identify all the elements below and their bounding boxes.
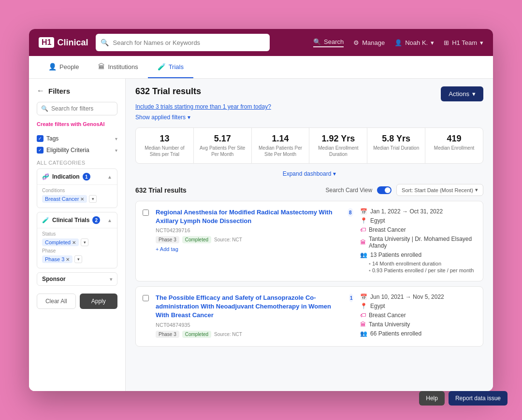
indication-badge: 1: [83, 173, 90, 181]
expand-dashboard[interactable]: Expand dashboard ▾: [135, 170, 483, 177]
search-nav-icon: 🔍: [313, 38, 321, 45]
header-right: 🔍 Search ⚙ Manage 👤 Noah K. ▾ ⊞ H1 Team …: [313, 38, 483, 47]
sponsor-header[interactable]: Sponsor ▾: [37, 273, 117, 285]
trial-0-enrolled-text: 13 Patients enrolled: [370, 252, 421, 258]
view-label: Search Card View: [326, 187, 373, 194]
view-toggle[interactable]: [377, 186, 392, 194]
stat-median-patients-value: 1.14: [256, 134, 305, 144]
subnav-trials[interactable]: 🧪 Trials: [148, 56, 193, 78]
filter-tags-row: ✓ Tags ▾ ✓ Eligibility Criteria ▾: [37, 133, 117, 156]
trial-1-checkbox[interactable]: [143, 294, 149, 339]
trial-1-left: The Possible Efficacy and Safety of Lans…: [156, 294, 353, 339]
trial-1-condition-text: Breast Cancer: [369, 312, 406, 319]
indication-header[interactable]: 🧬 Indication 1 ▲: [37, 169, 117, 184]
trial-1-enrolled-text: 66 Patients enrolled: [370, 330, 421, 337]
trials-label: Trials: [169, 63, 184, 70]
trial-1-checkbox-input[interactable]: [143, 295, 149, 301]
show-filters-chevron-icon: ▾: [188, 114, 190, 121]
trial-0-badges: Phase 3 Completed Source: NCT: [156, 236, 353, 243]
trial-0-status: Completed: [182, 236, 211, 243]
clinical-trials-chevron-icon: ▲: [107, 218, 112, 223]
enrolled-icon-1: 👥: [360, 330, 367, 337]
clinical-trials-section: 🧪 Clinical Trials 2 ▲ Status Completed ✕…: [37, 212, 117, 268]
institution-icon-1: 🏛: [360, 321, 366, 328]
trial-1-institution-text: Tanta University: [369, 321, 410, 328]
completed-tag: Completed ✕: [42, 238, 79, 246]
stat-median-enrollment-value: 419: [429, 134, 479, 144]
breast-cancer-tag-remove[interactable]: ✕: [80, 196, 84, 202]
tags-chevron-icon: ▾: [115, 136, 117, 141]
stat-enrollment-duration: 1.92 Yrs Median Enrollment Duration: [309, 128, 367, 163]
trial-1-phase: Phase 3: [156, 331, 179, 338]
trial-0-left: Regional Anesthesia for Modified Radical…: [156, 208, 353, 274]
filter-tags[interactable]: ✓ Tags ▾: [37, 133, 117, 144]
user-chevron-icon: ▾: [431, 39, 434, 46]
conditions-label: Conditions: [42, 188, 112, 193]
completed-tag-text: Completed: [45, 239, 71, 245]
conditions-tag-row: Breast Cancer ✕ ▾: [42, 195, 112, 203]
eligibility-checkbox[interactable]: ✓: [37, 147, 44, 154]
nav-manage[interactable]: ⚙ Manage: [353, 39, 385, 46]
phase-dropdown[interactable]: ▾: [74, 255, 82, 263]
subnav-institutions[interactable]: 🏛 Institutions: [88, 56, 147, 78]
global-search[interactable]: 🔍: [96, 34, 270, 51]
show-filters[interactable]: Show applied filters ▾: [135, 114, 483, 121]
conditions-dropdown[interactable]: ▾: [89, 195, 97, 203]
help-button[interactable]: Help: [419, 391, 445, 406]
nav-search[interactable]: 🔍 Search: [313, 38, 344, 47]
trial-0-add-tag[interactable]: + Add tag: [156, 246, 353, 252]
filter-eligibility[interactable]: ✓ Eligibility Criteria ▾: [37, 144, 117, 156]
stats-row: 13 Median Number of Sites per Trial 5.17…: [135, 127, 483, 164]
tags-checkbox[interactable]: ✓: [37, 135, 44, 142]
status-dropdown[interactable]: ▾: [81, 238, 88, 246]
indication-chevron-icon: ▲: [107, 174, 112, 180]
eligibility-label: Eligibility Criteria: [46, 147, 89, 154]
main-content: ← Filters 🔍 Create filters with GenosAI …: [29, 79, 493, 391]
indication-icon: 🧬: [42, 173, 49, 180]
clear-button[interactable]: Clear All: [37, 294, 76, 309]
actions-chevron-icon: ▾: [472, 90, 476, 98]
sponsor-label: Sponsor: [42, 276, 66, 282]
completed-tag-remove[interactable]: ✕: [72, 240, 76, 245]
app-name: Clinical: [57, 38, 88, 48]
filter-search[interactable]: 🔍: [37, 102, 117, 115]
search-nav-label: Search: [324, 38, 344, 45]
global-search-input[interactable]: [113, 39, 265, 46]
nav-team[interactable]: ⊞ H1 Team ▾: [444, 39, 483, 46]
trial-0-checkbox[interactable]: [143, 209, 149, 274]
sidebar-title: Filters: [48, 87, 70, 95]
create-filters-link[interactable]: Create filters with GenosAI: [37, 121, 117, 127]
subnav-people[interactable]: 👤 People: [39, 56, 88, 78]
stat-sites: 13 Median Number of Sites per Trial: [136, 128, 194, 163]
trial-0-right: 📅 Jan 1, 2022 → Oct 31, 2022 📍 Egypt 🏷 B…: [360, 208, 476, 274]
stat-avg-patients: 5.17 Avg Patients Per Site Per Month: [194, 128, 252, 163]
filter-search-input[interactable]: [51, 105, 113, 112]
phase3-tag-remove[interactable]: ✕: [66, 257, 70, 262]
condition-icon-1: 🏷: [360, 312, 366, 319]
trial-1-institution: 🏛 Tanta University: [360, 321, 476, 328]
grid-icon: ⊞: [444, 39, 449, 46]
apply-button[interactable]: Apply: [80, 294, 118, 309]
clinical-trials-header[interactable]: 🧪 Clinical Trials 2 ▲: [37, 212, 117, 228]
trial-1-status: Completed: [182, 331, 211, 338]
institutions-icon: 🏛: [98, 63, 105, 70]
create-filters-brand: GenosAI: [83, 121, 104, 127]
list-header: 632 Trial results Search Card View Sort:…: [135, 184, 483, 196]
nav-user[interactable]: 👤 Noah K. ▾: [394, 39, 434, 46]
indication-body: Conditions Breast Cancer ✕ ▾: [37, 184, 117, 208]
phase-tag-row: Phase 3 ✕ ▾: [42, 255, 112, 263]
logo[interactable]: H1 Clinical: [39, 37, 88, 48]
sort-button[interactable]: Sort: Start Date (Most Recent) ▾: [396, 184, 483, 196]
trial-0-country: 📍 Egypt: [360, 217, 476, 224]
sponsor-chevron-icon: ▾: [110, 277, 112, 282]
actions-label: Actions: [449, 90, 469, 98]
trial-0-title[interactable]: Regional Anesthesia for Modified Radical…: [156, 208, 345, 225]
back-arrow-icon[interactable]: ←: [37, 86, 44, 95]
sort-chevron-icon: ▾: [475, 187, 478, 193]
trial-0-checkbox-input[interactable]: [143, 210, 149, 216]
report-button[interactable]: Report data issue: [449, 391, 508, 406]
actions-button[interactable]: Actions ▾: [441, 86, 483, 101]
trial-1-title[interactable]: The Possible Efficacy and Safety of Lans…: [156, 294, 346, 320]
user-label: Noah K.: [405, 39, 428, 46]
include-trials-link[interactable]: Include 3 trials starting more than 1 ye…: [135, 103, 271, 110]
